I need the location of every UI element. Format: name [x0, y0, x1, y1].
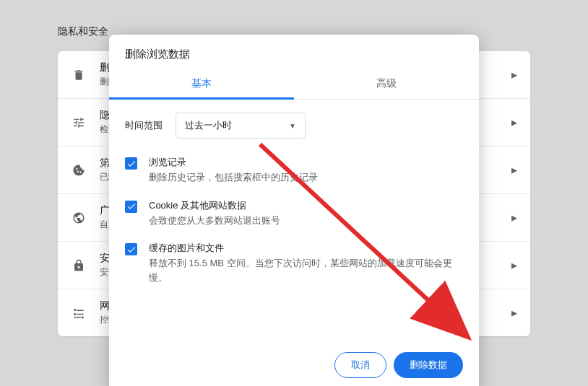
time-range-label: 时间范围	[125, 119, 163, 132]
check-sub: 会致使您从大多数网站退出账号	[149, 214, 463, 228]
checkbox-cookies[interactable]	[125, 201, 137, 213]
modal-title: 删除浏览数据	[109, 35, 479, 69]
check-sub: 删除历史记录，包括搜索框中的历史记录	[149, 170, 463, 185]
check-row-history: 浏览记录 删除历史记录，包括搜索框中的历史记录	[125, 156, 463, 185]
check-row-cookies: Cookie 及其他网站数据 会致使您从大多数网站退出账号	[125, 199, 463, 228]
checkbox-history[interactable]	[125, 157, 137, 170]
check-title: Cookie 及其他网站数据	[149, 199, 463, 212]
check-title: 缓存的图片和文件	[149, 242, 463, 255]
check-title: 浏览记录	[149, 156, 463, 169]
confirm-delete-button[interactable]: 删除数据	[394, 352, 463, 378]
time-range-value: 过去一小时	[185, 119, 232, 132]
cancel-button[interactable]: 取消	[334, 352, 386, 378]
tab-basic[interactable]: 基本	[109, 69, 294, 99]
time-range-select[interactable]: 过去一小时 ▼	[176, 113, 306, 139]
tab-advanced[interactable]: 高级	[294, 69, 479, 99]
modal-tabs: 基本 高级	[109, 69, 479, 100]
check-row-cache: 缓存的图片和文件 释放不到 15.5 MB 空间。当您下次访问时，某些网站的加载…	[125, 242, 463, 284]
check-sub: 释放不到 15.5 MB 空间。当您下次访问时，某些网站的加载速度可能会更慢。	[149, 256, 463, 284]
clear-data-modal: 删除浏览数据 基本 高级 时间范围 过去一小时 ▼ 浏览记录 删除历史记录，包括…	[109, 35, 479, 386]
modal-backdrop: 删除浏览数据 基本 高级 时间范围 过去一小时 ▼ 浏览记录 删除历史记录，包括…	[0, 0, 588, 386]
checkbox-cache[interactable]	[125, 243, 137, 255]
chevron-down-icon: ▼	[289, 122, 296, 130]
